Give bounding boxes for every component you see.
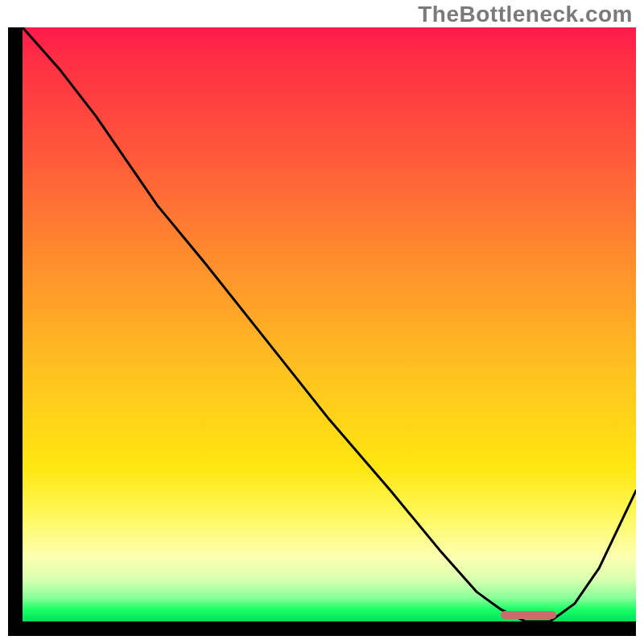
bottleneck-curve — [23, 27, 636, 621]
watermark-text: TheBottleneck.com — [418, 2, 633, 27]
plot-frame — [8, 27, 636, 636]
chart-container: TheBottleneck.com — [0, 0, 644, 644]
optimal-range-marker — [501, 611, 556, 619]
plot-area — [23, 27, 636, 621]
